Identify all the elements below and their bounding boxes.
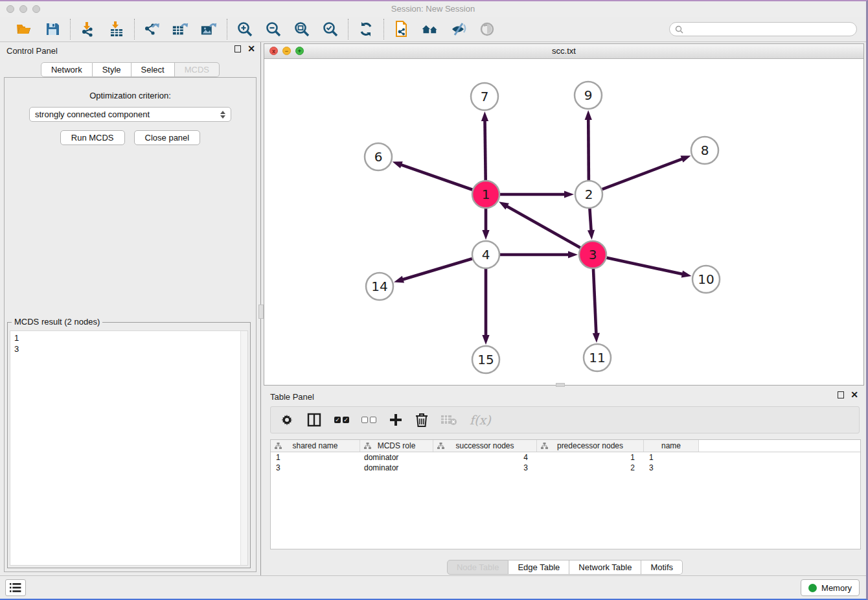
memory-button[interactable]: Memory <box>801 579 860 596</box>
control-tab-mcds[interactable]: MCDS <box>175 62 220 77</box>
table-tab-network-table[interactable]: Network Table <box>569 560 641 575</box>
zoom-in-icon[interactable] <box>236 20 254 38</box>
node-4[interactable]: 4 <box>472 241 499 268</box>
close-panel-button[interactable]: Close panel <box>134 130 201 145</box>
mcds-result-area[interactable]: 1 3 <box>10 330 248 566</box>
horizontal-splitter-handle[interactable] <box>556 383 565 387</box>
svg-text:15: 15 <box>477 352 494 367</box>
close-table-panel-icon[interactable]: ✕ <box>851 391 858 398</box>
column-header-predecessor-nodes[interactable]: predecessor nodes <box>537 440 644 452</box>
network-window-titlebar[interactable]: x − + scc.txt <box>264 44 863 59</box>
cell[interactable]: 3 <box>433 463 537 473</box>
table-tab-edge-table[interactable]: Edge Table <box>508 560 569 575</box>
control-tab-style[interactable]: Style <box>93 62 131 77</box>
node-11[interactable]: 11 <box>584 344 611 371</box>
svg-text:8: 8 <box>701 143 709 158</box>
edge-4-14[interactable] <box>394 259 472 283</box>
import-table-icon[interactable] <box>108 20 126 38</box>
node-8[interactable]: 8 <box>691 137 718 164</box>
task-history-button[interactable] <box>5 579 26 596</box>
column-header-shared-name[interactable]: shared name <box>271 440 360 452</box>
cell[interactable]: 1 <box>271 452 360 463</box>
title-bar: Session: New Session <box>0 1 866 17</box>
cell[interactable]: 2 <box>537 463 644 473</box>
memory-label: Memory <box>821 583 852 593</box>
cell[interactable]: 3 <box>271 463 360 473</box>
zoom-out-icon[interactable] <box>264 20 282 38</box>
node-7[interactable]: 7 <box>471 83 498 110</box>
hide-graphics-details-icon[interactable] <box>450 20 468 38</box>
clone-network-icon[interactable] <box>393 20 411 38</box>
table-tab-motifs[interactable]: Motifs <box>641 560 683 575</box>
zoom-fit-icon[interactable] <box>293 20 311 38</box>
select-all-icon[interactable]: ✓✓ <box>334 411 349 428</box>
edge-1-4[interactable] <box>482 209 489 240</box>
float-table-panel-icon[interactable] <box>838 391 844 398</box>
node-14[interactable]: 14 <box>366 273 393 300</box>
function-builder-icon[interactable]: f(x) <box>470 411 491 428</box>
edge-1-6[interactable] <box>393 161 473 189</box>
cell[interactable]: 1 <box>644 452 699 463</box>
table-tab-node-table[interactable]: Node Table <box>447 560 509 575</box>
edge-3-1[interactable] <box>499 202 580 248</box>
column-header-successor-nodes[interactable]: successor nodes <box>433 440 537 452</box>
edge-4-15[interactable] <box>482 269 489 345</box>
node-2[interactable]: 2 <box>575 181 602 208</box>
table-row[interactable]: 3dominator323 <box>271 463 860 473</box>
open-session-icon[interactable] <box>15 20 33 38</box>
show-graphics-details-icon[interactable] <box>478 20 496 38</box>
deselect-all-icon[interactable] <box>361 411 376 428</box>
search-input[interactable] <box>683 25 851 34</box>
delete-table-icon[interactable] <box>440 411 457 428</box>
import-network-icon[interactable] <box>79 20 97 38</box>
edge-4-3[interactable] <box>500 251 578 258</box>
node-10[interactable]: 10 <box>692 266 720 293</box>
vertical-splitter-handle[interactable] <box>258 305 264 319</box>
node-6[interactable]: 6 <box>365 143 392 170</box>
gear-icon[interactable] <box>280 411 294 428</box>
export-network-icon[interactable] <box>143 20 161 38</box>
cell[interactable]: dominator <box>360 452 433 463</box>
delete-row-icon[interactable] <box>415 411 428 428</box>
node-9[interactable]: 9 <box>575 82 602 109</box>
control-tab-select[interactable]: Select <box>131 62 175 77</box>
table-row[interactable]: 1dominator411 <box>271 452 860 463</box>
edge-1-7[interactable] <box>481 111 488 180</box>
save-session-icon[interactable] <box>43 20 62 38</box>
columns-icon[interactable] <box>306 411 322 428</box>
cell[interactable]: 4 <box>433 452 537 463</box>
cell[interactable]: dominator <box>360 463 433 473</box>
mcds-panel: Optimization criterion: strongly connect… <box>4 77 257 572</box>
close-panel-icon[interactable]: ✕ <box>247 45 255 52</box>
cell[interactable]: 1 <box>537 452 644 463</box>
node-15[interactable]: 15 <box>472 346 499 373</box>
node-3[interactable]: 3 <box>579 241 606 268</box>
edge-3-11[interactable] <box>593 269 600 343</box>
column-header-name[interactable]: name <box>644 440 699 452</box>
first-neighbors-icon[interactable] <box>421 20 439 38</box>
svg-text:6: 6 <box>374 149 383 165</box>
search-field[interactable] <box>669 22 857 36</box>
network-canvas[interactable]: 7968124314101511 <box>264 59 863 385</box>
edge-2-9[interactable] <box>585 110 592 180</box>
export-image-icon[interactable] <box>200 20 218 38</box>
edge-2-3[interactable] <box>588 209 595 240</box>
edge-1-2[interactable] <box>500 190 574 198</box>
export-table-icon[interactable] <box>172 20 190 38</box>
hierarchy-icon <box>275 443 282 450</box>
refresh-icon[interactable] <box>357 20 375 38</box>
node-1[interactable]: 1 <box>472 181 499 208</box>
add-row-icon[interactable] <box>389 411 403 428</box>
zoom-selected-icon[interactable] <box>321 20 339 38</box>
control-tab-network[interactable]: Network <box>41 62 93 77</box>
cell[interactable]: 3 <box>644 463 699 473</box>
node-table[interactable]: shared nameMCDS rolesuccessor nodesprede… <box>270 439 861 549</box>
criterion-select[interactable]: strongly connected component <box>29 107 231 122</box>
edge-3-10[interactable] <box>606 258 691 278</box>
float-panel-icon[interactable] <box>234 45 241 52</box>
run-mcds-button[interactable]: Run MCDS <box>60 130 125 145</box>
result-scrollbar[interactable] <box>240 331 247 565</box>
search-icon <box>675 25 683 34</box>
edge-2-8[interactable] <box>602 156 691 189</box>
column-header-MCDS-role[interactable]: MCDS role <box>360 440 433 452</box>
